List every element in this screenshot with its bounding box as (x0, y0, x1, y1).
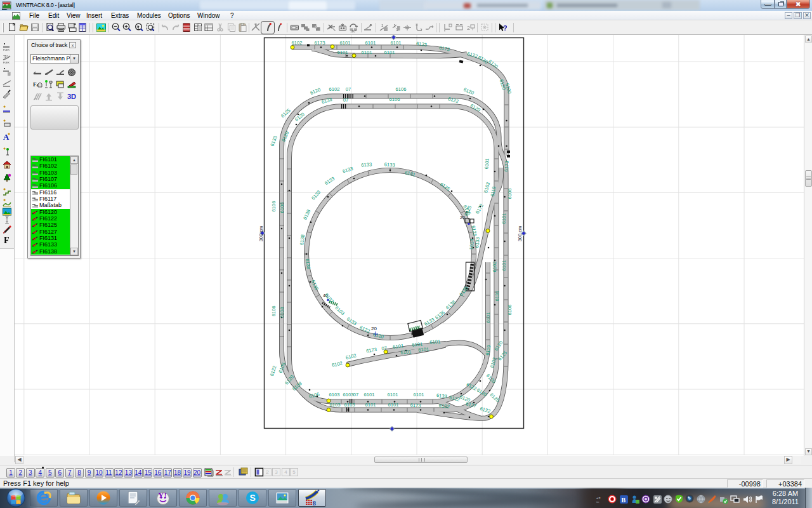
svg-text:6122: 6122 (269, 365, 278, 377)
svg-text:6101: 6101 (429, 338, 441, 345)
svg-text:6173: 6173 (365, 347, 377, 354)
svg-text:6173: 6173 (410, 403, 421, 409)
svg-text:6120: 6120 (310, 86, 322, 96)
svg-text:6173: 6173 (503, 161, 509, 172)
svg-text:6101: 6101 (388, 402, 399, 408)
svg-text:«×: «× (596, 496, 601, 500)
svg-text:6103: 6103 (330, 402, 341, 408)
svg-text:6102: 6102 (331, 360, 343, 368)
svg-text:07: 07 (346, 86, 351, 92)
svg-text:300 cm: 300 cm (258, 226, 264, 242)
svg-text:6101: 6101 (337, 50, 348, 55)
svg-text:6133: 6133 (324, 176, 336, 187)
svg-text:6101: 6101 (365, 40, 376, 46)
svg-text:2: 2 (467, 25, 470, 31)
svg-text:6106: 6106 (271, 201, 277, 212)
svg-text:8: 8 (313, 500, 316, 506)
svg-text:6133: 6133 (310, 189, 322, 201)
svg-text:6101: 6101 (391, 40, 402, 46)
svg-text:3D: 3D (67, 93, 76, 100)
svg-text:6106: 6106 (507, 189, 513, 199)
svg-text:6101: 6101 (501, 260, 507, 271)
svg-text:6103: 6103 (344, 402, 355, 408)
svg-text:6133: 6133 (361, 161, 372, 168)
svg-text:6101: 6101 (418, 346, 429, 352)
svg-text:07: 07 (343, 97, 348, 103)
svg-text:FLEX: FLEX (3, 61, 10, 64)
svg-text:F: F (4, 236, 10, 244)
svg-text:6101: 6101 (483, 158, 490, 170)
svg-text:6102: 6102 (438, 403, 450, 410)
svg-text:6106: 6106 (279, 203, 285, 213)
svg-text:6102: 6102 (345, 352, 357, 361)
svg-text:6101: 6101 (404, 170, 416, 177)
svg-text:6106: 6106 (396, 86, 407, 92)
svg-text:1: 1 (381, 23, 384, 27)
svg-text:6102: 6102 (329, 86, 340, 92)
svg-text:6101: 6101 (414, 392, 424, 398)
svg-text:FLEX: FLEX (3, 48, 10, 51)
svg-text:S: S (250, 493, 256, 503)
svg-text:6131: 6131 (494, 291, 500, 302)
svg-text:180°: 180° (350, 30, 357, 33)
svg-text:6122: 6122 (479, 406, 491, 415)
svg-text:6108: 6108 (279, 307, 285, 318)
svg-text:6120: 6120 (459, 394, 471, 403)
svg-text:6101: 6101 (485, 312, 491, 323)
svg-text:6173: 6173 (315, 40, 325, 46)
svg-text:B: B (622, 497, 626, 504)
svg-text:6133: 6133 (270, 135, 278, 147)
svg-text:6172: 6172 (475, 203, 485, 215)
svg-text:6101: 6101 (384, 50, 395, 55)
svg-text:6101: 6101 (362, 50, 372, 55)
svg-text:6101: 6101 (501, 213, 508, 224)
svg-text:6101: 6101 (340, 40, 351, 46)
svg-text:6138: 6138 (302, 208, 311, 220)
svg-text:300 cm: 300 cm (517, 226, 523, 242)
svg-text:6103: 6103 (343, 392, 354, 398)
svg-text:6106: 6106 (390, 97, 400, 102)
svg-text:20: 20 (460, 215, 465, 220)
svg-text:tm: tm (596, 500, 599, 504)
svg-text:?: ? (503, 24, 508, 32)
svg-text:20: 20 (371, 326, 377, 331)
svg-text:6133: 6133 (342, 166, 354, 175)
svg-text:07: 07 (381, 345, 387, 352)
svg-text:6101: 6101 (365, 402, 376, 408)
svg-text:07: 07 (353, 392, 358, 398)
svg-text:6133: 6133 (384, 161, 395, 168)
svg-text:6119: 6119 (485, 345, 492, 356)
svg-text:6101: 6101 (400, 349, 412, 355)
svg-text:6102: 6102 (292, 40, 303, 46)
svg-text:6106: 6106 (271, 306, 277, 317)
svg-text:6103: 6103 (329, 392, 340, 398)
svg-text:6106: 6106 (507, 305, 513, 316)
svg-text:6101: 6101 (364, 392, 375, 398)
svg-text:6133: 6133 (436, 392, 447, 399)
svg-text:6101: 6101 (388, 392, 398, 398)
svg-text:6102: 6102 (492, 262, 497, 272)
svg-text:6133: 6133 (474, 237, 480, 248)
svg-text:6101: 6101 (393, 343, 404, 350)
